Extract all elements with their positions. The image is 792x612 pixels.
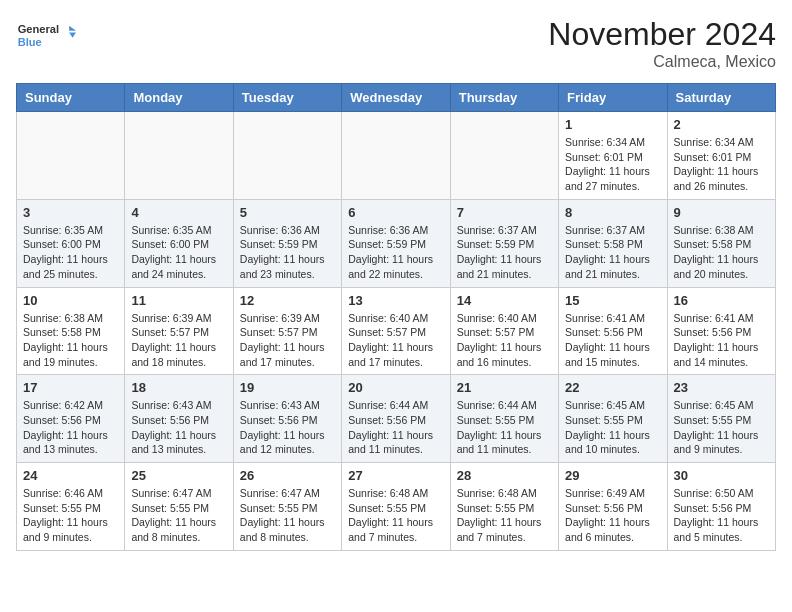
day-info: Sunrise: 6:36 AM Sunset: 5:59 PM Dayligh…: [348, 223, 443, 282]
day-number: 4: [131, 205, 226, 220]
day-number: 8: [565, 205, 660, 220]
day-info: Sunrise: 6:50 AM Sunset: 5:56 PM Dayligh…: [674, 486, 769, 545]
page-header: General Blue November 2024 Calmeca, Mexi…: [16, 16, 776, 71]
calendar-cell: 30Sunrise: 6:50 AM Sunset: 5:56 PM Dayli…: [667, 463, 775, 551]
day-info: Sunrise: 6:34 AM Sunset: 6:01 PM Dayligh…: [565, 135, 660, 194]
calendar-cell: 10Sunrise: 6:38 AM Sunset: 5:58 PM Dayli…: [17, 287, 125, 375]
calendar-cell: 6Sunrise: 6:36 AM Sunset: 5:59 PM Daylig…: [342, 199, 450, 287]
day-info: Sunrise: 6:42 AM Sunset: 5:56 PM Dayligh…: [23, 398, 118, 457]
calendar-cell: [17, 112, 125, 200]
day-info: Sunrise: 6:43 AM Sunset: 5:56 PM Dayligh…: [240, 398, 335, 457]
day-number: 21: [457, 380, 552, 395]
calendar-cell: 27Sunrise: 6:48 AM Sunset: 5:55 PM Dayli…: [342, 463, 450, 551]
calendar-cell: [342, 112, 450, 200]
day-info: Sunrise: 6:40 AM Sunset: 5:57 PM Dayligh…: [457, 311, 552, 370]
calendar-cell: 2Sunrise: 6:34 AM Sunset: 6:01 PM Daylig…: [667, 112, 775, 200]
day-info: Sunrise: 6:44 AM Sunset: 5:55 PM Dayligh…: [457, 398, 552, 457]
calendar-cell: [233, 112, 341, 200]
day-number: 30: [674, 468, 769, 483]
day-info: Sunrise: 6:46 AM Sunset: 5:55 PM Dayligh…: [23, 486, 118, 545]
svg-marker-2: [69, 26, 76, 31]
month-title: November 2024: [548, 16, 776, 53]
calendar-cell: 21Sunrise: 6:44 AM Sunset: 5:55 PM Dayli…: [450, 375, 558, 463]
calendar-cell: 28Sunrise: 6:48 AM Sunset: 5:55 PM Dayli…: [450, 463, 558, 551]
calendar-cell: 8Sunrise: 6:37 AM Sunset: 5:58 PM Daylig…: [559, 199, 667, 287]
day-number: 23: [674, 380, 769, 395]
calendar-cell: 9Sunrise: 6:38 AM Sunset: 5:58 PM Daylig…: [667, 199, 775, 287]
day-info: Sunrise: 6:36 AM Sunset: 5:59 PM Dayligh…: [240, 223, 335, 282]
calendar-cell: 23Sunrise: 6:45 AM Sunset: 5:55 PM Dayli…: [667, 375, 775, 463]
day-number: 10: [23, 293, 118, 308]
svg-text:General: General: [18, 23, 59, 35]
calendar-cell: 16Sunrise: 6:41 AM Sunset: 5:56 PM Dayli…: [667, 287, 775, 375]
day-number: 14: [457, 293, 552, 308]
day-number: 26: [240, 468, 335, 483]
day-number: 3: [23, 205, 118, 220]
day-info: Sunrise: 6:40 AM Sunset: 5:57 PM Dayligh…: [348, 311, 443, 370]
day-info: Sunrise: 6:47 AM Sunset: 5:55 PM Dayligh…: [131, 486, 226, 545]
day-number: 29: [565, 468, 660, 483]
day-info: Sunrise: 6:35 AM Sunset: 6:00 PM Dayligh…: [131, 223, 226, 282]
day-number: 11: [131, 293, 226, 308]
day-number: 16: [674, 293, 769, 308]
calendar-cell: 14Sunrise: 6:40 AM Sunset: 5:57 PM Dayli…: [450, 287, 558, 375]
logo: General Blue: [16, 16, 76, 56]
day-number: 6: [348, 205, 443, 220]
day-info: Sunrise: 6:41 AM Sunset: 5:56 PM Dayligh…: [565, 311, 660, 370]
calendar-header: SundayMondayTuesdayWednesdayThursdayFrid…: [17, 84, 776, 112]
day-number: 20: [348, 380, 443, 395]
day-number: 17: [23, 380, 118, 395]
calendar-cell: 25Sunrise: 6:47 AM Sunset: 5:55 PM Dayli…: [125, 463, 233, 551]
calendar-cell: 12Sunrise: 6:39 AM Sunset: 5:57 PM Dayli…: [233, 287, 341, 375]
day-number: 7: [457, 205, 552, 220]
logo-svg: General Blue: [16, 16, 76, 56]
day-number: 1: [565, 117, 660, 132]
day-number: 5: [240, 205, 335, 220]
weekday-header: Thursday: [450, 84, 558, 112]
day-number: 28: [457, 468, 552, 483]
day-number: 19: [240, 380, 335, 395]
title-block: November 2024 Calmeca, Mexico: [548, 16, 776, 71]
day-info: Sunrise: 6:38 AM Sunset: 5:58 PM Dayligh…: [23, 311, 118, 370]
calendar-cell: 15Sunrise: 6:41 AM Sunset: 5:56 PM Dayli…: [559, 287, 667, 375]
day-info: Sunrise: 6:37 AM Sunset: 5:59 PM Dayligh…: [457, 223, 552, 282]
svg-text:Blue: Blue: [18, 36, 42, 48]
calendar-cell: 5Sunrise: 6:36 AM Sunset: 5:59 PM Daylig…: [233, 199, 341, 287]
calendar-cell: 7Sunrise: 6:37 AM Sunset: 5:59 PM Daylig…: [450, 199, 558, 287]
day-info: Sunrise: 6:39 AM Sunset: 5:57 PM Dayligh…: [240, 311, 335, 370]
day-info: Sunrise: 6:37 AM Sunset: 5:58 PM Dayligh…: [565, 223, 660, 282]
calendar-cell: 3Sunrise: 6:35 AM Sunset: 6:00 PM Daylig…: [17, 199, 125, 287]
day-info: Sunrise: 6:45 AM Sunset: 5:55 PM Dayligh…: [674, 398, 769, 457]
day-number: 27: [348, 468, 443, 483]
weekday-header: Tuesday: [233, 84, 341, 112]
calendar-cell: 17Sunrise: 6:42 AM Sunset: 5:56 PM Dayli…: [17, 375, 125, 463]
day-info: Sunrise: 6:41 AM Sunset: 5:56 PM Dayligh…: [674, 311, 769, 370]
day-number: 25: [131, 468, 226, 483]
day-info: Sunrise: 6:39 AM Sunset: 5:57 PM Dayligh…: [131, 311, 226, 370]
calendar-cell: 24Sunrise: 6:46 AM Sunset: 5:55 PM Dayli…: [17, 463, 125, 551]
day-info: Sunrise: 6:47 AM Sunset: 5:55 PM Dayligh…: [240, 486, 335, 545]
calendar-cell: [125, 112, 233, 200]
day-info: Sunrise: 6:35 AM Sunset: 6:00 PM Dayligh…: [23, 223, 118, 282]
location: Calmeca, Mexico: [548, 53, 776, 71]
day-number: 18: [131, 380, 226, 395]
weekday-header: Saturday: [667, 84, 775, 112]
weekday-header: Sunday: [17, 84, 125, 112]
day-info: Sunrise: 6:49 AM Sunset: 5:56 PM Dayligh…: [565, 486, 660, 545]
calendar-cell: 1Sunrise: 6:34 AM Sunset: 6:01 PM Daylig…: [559, 112, 667, 200]
calendar-table: SundayMondayTuesdayWednesdayThursdayFrid…: [16, 83, 776, 551]
weekday-header: Monday: [125, 84, 233, 112]
day-info: Sunrise: 6:44 AM Sunset: 5:56 PM Dayligh…: [348, 398, 443, 457]
day-info: Sunrise: 6:43 AM Sunset: 5:56 PM Dayligh…: [131, 398, 226, 457]
calendar-cell: 13Sunrise: 6:40 AM Sunset: 5:57 PM Dayli…: [342, 287, 450, 375]
day-info: Sunrise: 6:38 AM Sunset: 5:58 PM Dayligh…: [674, 223, 769, 282]
calendar-cell: 26Sunrise: 6:47 AM Sunset: 5:55 PM Dayli…: [233, 463, 341, 551]
day-info: Sunrise: 6:48 AM Sunset: 5:55 PM Dayligh…: [457, 486, 552, 545]
day-number: 15: [565, 293, 660, 308]
calendar-cell: [450, 112, 558, 200]
calendar-cell: 29Sunrise: 6:49 AM Sunset: 5:56 PM Dayli…: [559, 463, 667, 551]
calendar-cell: 4Sunrise: 6:35 AM Sunset: 6:00 PM Daylig…: [125, 199, 233, 287]
day-info: Sunrise: 6:34 AM Sunset: 6:01 PM Dayligh…: [674, 135, 769, 194]
day-number: 13: [348, 293, 443, 308]
day-number: 24: [23, 468, 118, 483]
